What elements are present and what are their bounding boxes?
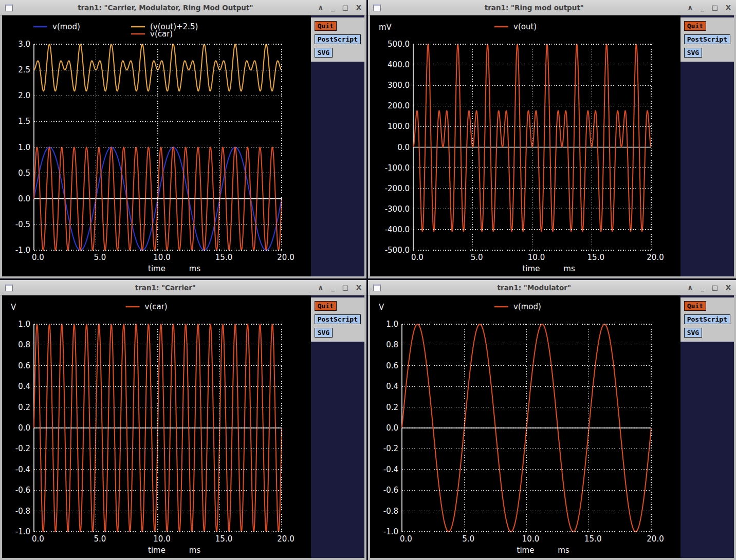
shade-icon[interactable]: ∧ [318,284,324,291]
maximize-icon[interactable]: □ [342,4,348,11]
window-controls: ∧ _ □ X [318,284,361,291]
svg-text:2.5: 2.5 [18,65,30,74]
window-title: tran1: "Ring mod output" [381,4,688,12]
titlebar[interactable]: tran1: "Modulator" ∧ _ □ X [368,280,736,295]
window-content: 500.0400.0300.0200.0100.00.0-100.0-200.0… [368,15,736,278]
svg-text:0.0: 0.0 [18,423,30,433]
postscript-button[interactable]: PostScript [684,314,730,324]
titlebar[interactable]: tran1: "Ring mod output" ∧ _ □ X [368,0,736,15]
titlebar[interactable]: tran1: "Carrier, Modulator, Ring Mod Out… [0,0,366,15]
postscript-button[interactable]: PostScript [684,34,730,44]
svg-text:v(mod): v(mod) [513,302,541,311]
svg-text:400.0: 400.0 [388,60,410,69]
window-carrier: tran1: "Carrier" ∧ _ □ X 1.00.80.60.40.2… [0,280,366,560]
window-content: 3.02.52.01.51.00.50.0-0.5-1.00.05.010.01… [0,15,366,278]
svg-text:time: time [148,546,165,555]
window-modulator: tran1: "Modulator" ∧ _ □ X 1.00.80.60.40… [368,280,736,560]
close-icon[interactable]: X [356,284,361,291]
plot-canvas: 500.0400.0300.0200.0100.00.0-100.0-200.0… [370,15,680,276]
svg-text:3.0: 3.0 [18,40,30,49]
button-panel: Quit PostScript SVG [680,17,734,62]
window-controls: ∧ _ □ X [688,4,731,11]
window-title: tran1: "Modulator" [381,284,688,292]
window-title: tran1: "Carrier" [13,284,318,292]
maximize-icon[interactable]: □ [342,284,348,291]
svg-button[interactable]: SVG [684,48,702,58]
minimize-icon[interactable]: _ [701,4,704,11]
svg-text:300.0: 300.0 [388,81,410,90]
svg-text:-1.0: -1.0 [15,246,30,255]
svg-text:time: time [523,264,540,273]
svg-text:0.0: 0.0 [400,534,412,544]
svg-text:-0.8: -0.8 [15,507,30,516]
svg-text:0.8: 0.8 [18,340,30,349]
window-menu-icon[interactable] [5,284,13,291]
svg-text:-0.6: -0.6 [15,486,30,495]
shade-icon[interactable]: ∧ [688,284,693,291]
svg-text:-300.0: -300.0 [385,204,410,214]
svg-text:15.0: 15.0 [215,534,232,544]
window-menu-icon[interactable] [373,284,381,291]
quit-button[interactable]: Quit [315,21,337,31]
postscript-button[interactable]: PostScript [315,34,361,44]
button-panel: Quit PostScript SVG [680,297,734,342]
desktop: tran1: "Carrier, Modulator, Ring Mod Out… [0,0,736,560]
svg-text:15.0: 15.0 [215,253,232,262]
svg-text:-0.4: -0.4 [15,465,30,474]
shade-icon[interactable]: ∧ [688,4,693,11]
titlebar[interactable]: tran1: "Carrier" ∧ _ □ X [0,280,366,295]
svg-text:5.0: 5.0 [462,534,474,544]
svg-text:-1.0: -1.0 [15,527,30,536]
svg-text:0.0: 0.0 [18,194,30,203]
quit-button[interactable]: Quit [315,301,337,311]
svg-text:20.0: 20.0 [647,253,664,262]
close-icon[interactable]: X [356,4,361,11]
minimize-icon[interactable]: _ [701,284,704,291]
svg-text:0.0: 0.0 [32,534,44,544]
minimize-icon[interactable]: _ [331,4,335,11]
svg-text:1.0: 1.0 [18,320,30,329]
svg-text:1.0: 1.0 [386,320,398,329]
svg-button[interactable]: SVG [315,48,333,58]
svg-text:time: time [148,264,165,273]
svg-text:-0.6: -0.6 [383,486,398,495]
minimize-icon[interactable]: _ [331,284,335,291]
plot-sidebar: Quit PostScript SVG [680,295,734,558]
quit-button[interactable]: Quit [684,21,706,31]
close-icon[interactable]: X [726,4,731,11]
svg-text:200.0: 200.0 [388,101,410,110]
svg-text:0.4: 0.4 [386,382,398,391]
svg-text:-0.8: -0.8 [383,507,398,516]
plot-canvas: 1.00.80.60.40.20.0-0.2-0.4-0.6-0.8-1.00.… [370,295,680,558]
postscript-button[interactable]: PostScript [315,314,361,324]
svg-text:0.5: 0.5 [18,169,30,178]
svg-text:ms: ms [189,546,201,555]
window-content: 1.00.80.60.40.20.0-0.2-0.4-0.6-0.8-1.00.… [0,295,366,560]
svg-text:0.8: 0.8 [386,340,398,349]
window-menu-icon[interactable] [5,4,13,11]
button-panel: Quit PostScript SVG [311,17,364,62]
svg-text:15.0: 15.0 [584,534,601,544]
svg-button[interactable]: SVG [684,328,702,338]
plot-sidebar: Quit PostScript SVG [311,15,364,276]
maximize-icon[interactable]: □ [712,284,718,291]
maximize-icon[interactable]: □ [712,4,718,11]
svg-text:v(car): v(car) [150,29,173,39]
svg-text:-0.2: -0.2 [15,444,30,453]
window-controls: ∧ _ □ X [688,284,731,291]
svg-text:mV: mV [379,23,392,32]
close-icon[interactable]: X [726,284,731,291]
plot-sidebar: Quit PostScript SVG [680,15,734,276]
svg-text:10.0: 10.0 [153,534,170,544]
window-ringmod-output: tran1: "Ring mod output" ∧ _ □ X 500.040… [368,0,736,278]
svg-button[interactable]: SVG [315,328,333,338]
svg-text:5.0: 5.0 [471,253,483,262]
shade-icon[interactable]: ∧ [318,4,324,11]
svg-text:0.6: 0.6 [386,361,398,370]
svg-text:100.0: 100.0 [388,122,410,131]
svg-text:5.0: 5.0 [94,253,106,262]
svg-text:time: time [517,546,535,555]
window-menu-icon[interactable] [373,4,381,11]
svg-text:20.0: 20.0 [277,253,294,262]
quit-button[interactable]: Quit [684,301,706,311]
